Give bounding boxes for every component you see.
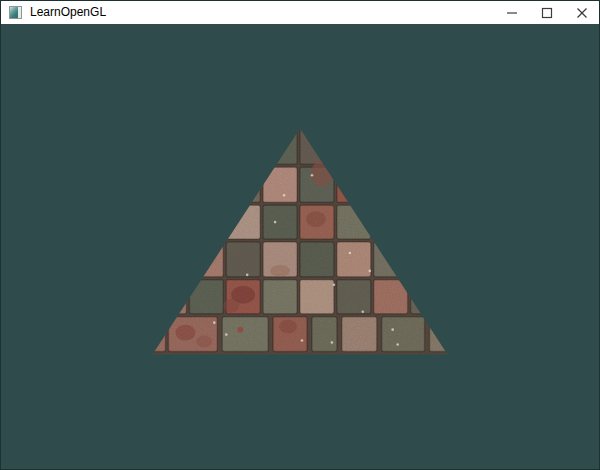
close-button[interactable] — [564, 1, 599, 24]
close-icon — [576, 7, 588, 19]
texture-grain — [1, 24, 599, 469]
minimize-icon — [506, 7, 518, 19]
gl-canvas — [1, 24, 599, 469]
titlebar[interactable]: LearnOpenGL — [1, 1, 599, 24]
minimize-button[interactable] — [494, 1, 529, 24]
caption-buttons — [494, 1, 599, 24]
app-icon[interactable] — [9, 6, 22, 19]
gl-viewport — [1, 24, 599, 469]
window-title: LearnOpenGL — [30, 1, 494, 24]
app-window: LearnOpenGL — [0, 0, 600, 470]
maximize-icon — [541, 7, 553, 19]
maximize-button[interactable] — [529, 1, 564, 24]
textured-triangle — [1, 24, 599, 469]
